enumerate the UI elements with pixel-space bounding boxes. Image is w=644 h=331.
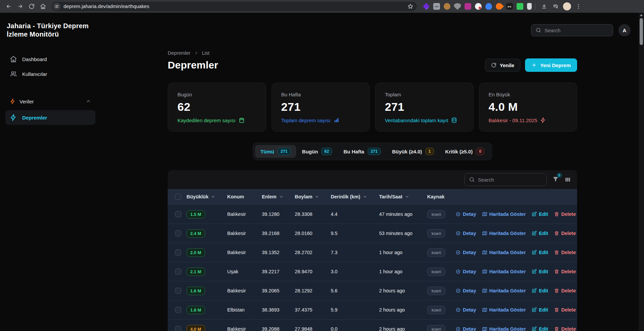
row-checkbox[interactable]	[175, 230, 181, 236]
haritada-goster-link[interactable]: Haritada Göster	[482, 326, 526, 331]
detay-link[interactable]: Detay	[455, 326, 476, 331]
row-checkbox[interactable]	[175, 249, 181, 255]
sidebar-item-depremler[interactable]: Depremler	[5, 110, 95, 125]
column-header-enlem[interactable]: Enlem	[262, 194, 295, 199]
table-row: 1.8 M Elbistan 38.3693 37.4375 5.9 2 hou…	[168, 300, 577, 319]
filter-button[interactable]: 0	[552, 176, 559, 184]
edit-link[interactable]: Edit	[531, 269, 548, 274]
extension-recorder-icon[interactable]	[475, 3, 482, 10]
tab-bu-hafta[interactable]: Bu Hafta 271	[338, 145, 386, 158]
extension-pin-icon[interactable]: 21	[423, 3, 430, 10]
row-checkbox[interactable]	[175, 288, 181, 294]
detay-link[interactable]: Detay	[455, 211, 476, 217]
edit-link[interactable]: Edit	[531, 231, 548, 236]
select-all-checkbox[interactable]	[175, 194, 181, 200]
browser-menu-icon[interactable]	[573, 1, 584, 11]
detay-link[interactable]: Detay	[455, 250, 476, 255]
table-search[interactable]	[465, 173, 547, 186]
new-earthquake-button[interactable]: Yeni Deprem	[525, 58, 577, 72]
row-checkbox[interactable]	[175, 307, 181, 313]
global-search[interactable]	[531, 24, 613, 36]
sidebar-item-kullanicilar[interactable]: Kullanıcılar	[5, 66, 95, 81]
back-icon[interactable]	[3, 1, 14, 11]
boylam-cell: 28.3308	[295, 211, 331, 217]
delete-link[interactable]: Delete	[554, 288, 576, 293]
delete-link[interactable]: Delete	[554, 211, 576, 217]
breadcrumb-parent[interactable]: Depremler	[168, 50, 191, 56]
konum-cell: Balıkesir	[227, 288, 262, 293]
extension-green-icon[interactable]	[517, 3, 523, 10]
columns-button[interactable]	[564, 176, 571, 183]
haritada-goster-link[interactable]: Haritada Göster	[482, 231, 526, 236]
browser-profile-avatar[interactable]	[563, 2, 571, 10]
table-header-row: Büyüklük Konum Enlem Boylam Derinlik (km…	[168, 189, 577, 204]
url-text[interactable]: deprem.jaharia.dev/admin/earthquakes	[64, 4, 404, 9]
sidebar: Dashboard Kullanıcılar Veriler Depremler	[0, 48, 101, 331]
row-checkbox[interactable]	[175, 326, 181, 331]
haritada-goster-link[interactable]: Haritada Göster	[482, 269, 526, 274]
edit-link[interactable]: Edit	[531, 250, 548, 255]
tab-buyuk[interactable]: Büyük (≥4.0) 1	[387, 145, 439, 158]
extension-shield-icon[interactable]	[454, 3, 461, 10]
chevron-up-icon	[86, 99, 91, 104]
forward-icon[interactable]	[15, 1, 26, 11]
browser-home-icon[interactable]	[38, 1, 48, 11]
magnitude-badge: 4.0 M	[187, 325, 205, 331]
enlem-cell: 39.1280	[262, 211, 295, 217]
table-search-input[interactable]	[478, 177, 542, 183]
row-checkbox[interactable]	[175, 211, 181, 217]
refresh-button[interactable]: Yenile	[485, 59, 520, 72]
detay-link[interactable]: Detay	[455, 288, 476, 293]
column-header-boylam[interactable]: Boylam	[295, 194, 331, 199]
extension-pink-icon[interactable]	[465, 3, 471, 10]
delete-link[interactable]: Delete	[554, 250, 576, 255]
haritada-goster-link[interactable]: Haritada Göster	[482, 307, 526, 313]
extension-flame-icon[interactable]	[494, 2, 504, 11]
column-header-buyukluk[interactable]: Büyüklük	[187, 194, 227, 199]
delete-link[interactable]: Delete	[554, 231, 576, 236]
delete-link[interactable]: Delete	[554, 307, 576, 313]
tab-kritik[interactable]: Kritik (≥5.0) 0	[440, 145, 490, 158]
global-search-input[interactable]	[545, 28, 609, 33]
delete-link[interactable]: Delete	[554, 326, 576, 331]
row-checkbox[interactable]	[175, 269, 181, 275]
edit-link[interactable]: Edit	[531, 288, 548, 293]
column-header-derinlik[interactable]: Derinlik (km)	[331, 194, 379, 199]
downloads-icon[interactable]	[539, 1, 550, 11]
scroll-up-arrow[interactable]	[640, 14, 643, 16]
eye-icon	[455, 326, 461, 331]
edit-link[interactable]: Edit	[531, 211, 548, 217]
extension-eyes-icon[interactable]: oo	[506, 3, 513, 10]
user-avatar[interactable]: A	[618, 24, 631, 36]
page-scrollbar[interactable]	[639, 13, 644, 331]
haritada-goster-link[interactable]: Haritada Göster	[482, 211, 526, 217]
detay-link[interactable]: Detay	[455, 231, 476, 236]
sidebar-item-label: Depremler	[22, 115, 47, 121]
delete-link[interactable]: Delete	[554, 269, 576, 274]
detay-link[interactable]: Detay	[455, 269, 476, 274]
eye-icon	[455, 269, 461, 274]
site-settings-icon[interactable]	[53, 3, 61, 10]
tab-count-badge: 1	[426, 148, 434, 155]
stat-card-toplam: Toplam 271 Veritabanındaki toplam kayıt	[375, 83, 474, 132]
extension-drop-icon[interactable]	[485, 3, 492, 10]
extension-cookie-icon[interactable]	[444, 3, 450, 10]
reload-icon[interactable]	[26, 1, 37, 11]
tab-tumu[interactable]: Tümü 271	[255, 145, 296, 158]
detay-link[interactable]: Detay	[455, 307, 476, 313]
haritada-goster-link[interactable]: Haritada Göster	[482, 250, 526, 255]
haritada-goster-link[interactable]: Haritada Göster	[482, 288, 526, 293]
extension-code-icon[interactable]: </>	[433, 3, 440, 10]
edit-link[interactable]: Edit	[531, 326, 548, 331]
edit-link[interactable]: Edit	[531, 307, 548, 313]
address-bar[interactable]: deprem.jaharia.dev/admin/earthquakes	[52, 2, 417, 11]
scrollbar-thumb[interactable]	[640, 18, 643, 45]
sidebar-section-veriler[interactable]: Veriler	[5, 95, 95, 108]
extension-bottle-icon[interactable]	[527, 3, 532, 10]
playlist-icon[interactable]	[550, 1, 561, 11]
sidebar-item-dashboard[interactable]: Dashboard	[5, 52, 95, 66]
column-header-tarih[interactable]: Tarih/Saat	[379, 194, 427, 199]
bookmark-star-icon[interactable]	[407, 3, 413, 9]
derinlik-cell: 0.0	[331, 326, 379, 331]
tab-bugun[interactable]: Bugün 62	[297, 145, 337, 158]
